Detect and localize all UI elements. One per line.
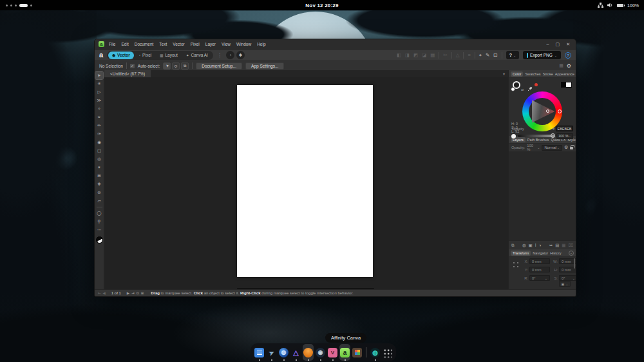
group-layers-icon[interactable]: ▤ xyxy=(555,243,559,248)
edit-all-layers-icon[interactable]: ⧉ xyxy=(511,243,515,248)
close-button[interactable]: ✕ xyxy=(566,42,570,47)
style-tool[interactable]: ✳ xyxy=(95,80,103,88)
panel-scrollbar[interactable] xyxy=(574,258,575,269)
select-behind-icon[interactable]: ⟳ xyxy=(172,62,180,70)
transform-input-x[interactable]: 0 mm xyxy=(529,258,550,264)
gear-icon[interactable]: ⚙ xyxy=(567,63,571,69)
browser-app[interactable]: ◍ xyxy=(278,344,289,361)
opacity-knob[interactable] xyxy=(511,134,516,138)
aspect-lock-button[interactable]: ▣ ⌄ xyxy=(559,281,571,287)
notes-app[interactable] xyxy=(254,344,265,361)
recent-color-swatch[interactable] xyxy=(535,83,538,86)
persona-vector[interactable]: ⬟Vector xyxy=(108,52,134,59)
transform-input-r[interactable]: 0°⌄ xyxy=(529,275,550,281)
menu-pixel[interactable]: Pixel xyxy=(191,42,200,46)
auto-select-checkbox[interactable]: ✓ xyxy=(130,64,135,68)
delete-layer-icon[interactable]: ⌧ xyxy=(569,243,574,248)
menu-file[interactable]: File xyxy=(109,42,115,46)
export-png-button[interactable]: Export PNG ⌄ xyxy=(523,51,561,59)
tab-stroke[interactable]: Stroke xyxy=(543,72,553,76)
fill-stroke-indicator[interactable] xyxy=(96,236,103,243)
last-page-button[interactable]: ⇥ xyxy=(131,291,135,295)
persona-pixel[interactable]: ◔Pixel xyxy=(135,52,155,59)
crop-layer-icon[interactable]: ▣ xyxy=(529,243,533,248)
minimize-button[interactable]: – xyxy=(547,42,549,47)
menu-help[interactable]: Help xyxy=(257,42,265,46)
sync-app[interactable]: ◍ xyxy=(370,344,381,361)
transform-input-y[interactable]: 0 mm xyxy=(529,267,550,272)
transform-input-s[interactable]: 0°⌄ xyxy=(559,275,576,281)
menu-edit[interactable]: Edit xyxy=(121,42,128,46)
mask-layer-icon[interactable]: ◍ xyxy=(522,243,526,248)
page-view-icon[interactable]: ⧉ xyxy=(137,291,139,296)
toolbar-more-icon[interactable]: ⋮ xyxy=(217,52,222,58)
title-bar[interactable]: a FileEditDocumentTextVectorPixelLayerVi… xyxy=(95,39,576,49)
fill-swatch[interactable] xyxy=(511,87,515,91)
menu-layer[interactable]: Layer xyxy=(205,42,216,46)
tab-navigator[interactable]: Navigator xyxy=(533,251,548,255)
rectangle-tool[interactable]: ▢ xyxy=(95,147,103,155)
blend-mode-select[interactable]: Normal ⌄ xyxy=(542,145,562,151)
clock[interactable]: Nov 12 20:29 xyxy=(0,3,644,8)
store-app[interactable] xyxy=(352,344,363,361)
gradient-tool[interactable]: ▱ xyxy=(95,197,103,205)
hex-value[interactable]: EBEBEB xyxy=(556,126,573,131)
spread-view-icon[interactable]: ⊞ xyxy=(141,291,144,296)
layers-list[interactable] xyxy=(509,151,576,240)
system-tray[interactable]: 100% xyxy=(598,3,644,8)
move-inside-icon[interactable]: ➥ xyxy=(549,243,553,248)
tab-color[interactable]: Color xyxy=(511,71,523,77)
preview-mode-icon[interactable]: ⊡ xyxy=(493,52,497,58)
canvas-area[interactable] xyxy=(104,77,508,289)
corner-tool[interactable]: ✧ xyxy=(95,105,103,113)
shade-selector[interactable] xyxy=(546,110,549,113)
menu-vector[interactable]: Vector xyxy=(173,42,184,46)
node-tool[interactable]: ▷ xyxy=(95,88,103,96)
fill-tool[interactable]: ◉ xyxy=(95,138,103,146)
document-setup-button[interactable]: Document Setup... xyxy=(196,62,242,70)
tab-swatches[interactable]: Swatches xyxy=(525,72,540,76)
eyedropper-icon[interactable] xyxy=(527,82,533,94)
canvas-page[interactable] xyxy=(237,85,373,277)
previous-page-button[interactable]: ◀ xyxy=(103,291,106,295)
menu-text[interactable]: Text xyxy=(159,42,167,46)
tab-list-icon[interactable]: ▾ xyxy=(503,71,508,76)
new-layer-icon[interactable]: ▦ xyxy=(562,243,565,248)
steam-app[interactable]: ◉ xyxy=(315,344,326,361)
maximize-button[interactable]: ▢ xyxy=(556,42,560,47)
swap-colors-icon[interactable]: ⇄ xyxy=(521,88,524,91)
menu-view[interactable]: View xyxy=(222,42,231,46)
first-page-button[interactable]: ⇤ xyxy=(98,291,101,295)
assistant-icon[interactable]: ✎ xyxy=(486,52,489,58)
view-tool[interactable]: ◯ xyxy=(95,209,103,217)
app-grid-button[interactable] xyxy=(382,344,393,361)
star-tool[interactable]: ✴ xyxy=(95,164,103,171)
app-settings-button[interactable]: App Settings... xyxy=(245,62,284,70)
pen-tool[interactable]: ✒ xyxy=(95,113,103,121)
grayscale-swatch[interactable] xyxy=(561,82,572,88)
cycle-persona-button[interactable]: ◔ xyxy=(226,51,234,59)
opacity-slider[interactable] xyxy=(518,135,554,137)
select-group-icon[interactable]: ⧉ xyxy=(181,62,189,70)
adjustment-layer-icon[interactable]: ◑ xyxy=(539,243,542,247)
help-button[interactable]: ? xyxy=(565,52,571,59)
grid-icon[interactable]: ▦ xyxy=(559,63,564,68)
fox-browser-app[interactable] xyxy=(303,344,314,361)
pencil-tool[interactable]: ✏ xyxy=(95,122,103,129)
lock-icon[interactable] xyxy=(570,147,573,149)
snapping-icon[interactable]: ⌖ xyxy=(479,52,482,59)
menu-window[interactable]: Window xyxy=(236,42,251,46)
quick-help-button[interactable]: ? ⌄ xyxy=(506,51,519,59)
hex-field[interactable]: # EBEBEB xyxy=(553,126,573,131)
ellipse-tool[interactable]: ◎ xyxy=(95,155,103,163)
move-tool[interactable]: ➤ xyxy=(95,71,103,79)
horizontal-scrollbar[interactable] xyxy=(237,288,374,289)
hue-selector[interactable] xyxy=(558,110,562,113)
prism-app[interactable]: △ xyxy=(290,344,301,361)
next-page-button[interactable]: ▶ xyxy=(127,291,129,295)
tab-history[interactable]: History xyxy=(550,251,561,255)
zoom-tool[interactable]: ⚲ xyxy=(95,218,103,225)
layers-gear-icon[interactable]: ⚙ xyxy=(564,145,568,150)
menu-document[interactable]: Document xyxy=(135,42,154,46)
select-cursor-icon[interactable]: ➤ xyxy=(163,62,171,70)
